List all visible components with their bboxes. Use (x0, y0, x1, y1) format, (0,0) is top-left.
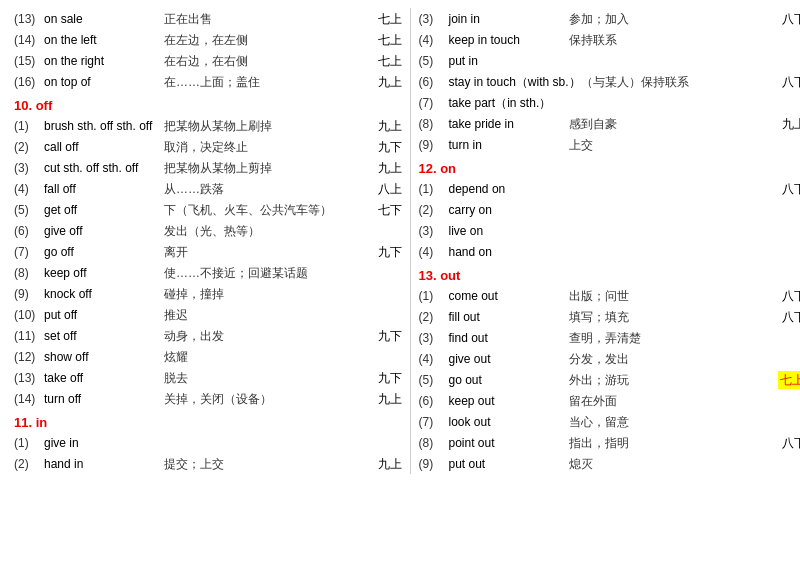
list-item: (6)keep out留在外面 (419, 390, 801, 411)
entry-number: (12) (14, 348, 44, 366)
entry-meaning: 上交 (569, 136, 779, 154)
entry-number: (9) (14, 285, 44, 303)
entry-number: (3) (419, 10, 449, 28)
entry-number: (10) (14, 306, 44, 324)
entry-phrase: on the left (44, 31, 164, 49)
list-item: (2)call off取消，决定终止九下 (14, 136, 402, 157)
entry-meaning: 外出；游玩 (569, 371, 779, 389)
list-item: (7)go off离开九下 (14, 241, 402, 262)
left-column: (13)on sale正在出售七上(14)on the left在左边，在左侧七… (10, 8, 406, 474)
entry-meaning: 取消，决定终止 (164, 138, 374, 156)
entry-phrase: look out (449, 413, 569, 431)
entry-number: (3) (419, 329, 449, 347)
entry-phrase: give off (44, 222, 164, 240)
list-item: (8)point out指出，指明八下 (419, 432, 801, 453)
entry-phrase: on top of (44, 73, 164, 91)
list-item: (6)stay in touch（with sb.）（与某人）保持联系八下 (419, 71, 801, 92)
list-item: (13)on sale正在出售七上 (14, 8, 402, 29)
entry-phrase: point out (449, 434, 569, 452)
entry-grade: 七上 (374, 52, 402, 70)
entry-meaning: 把某物从某物上剪掉 (164, 159, 374, 177)
entry-number: (13) (14, 10, 44, 28)
entry-number: (5) (419, 371, 449, 389)
entry-meaning: 参加；加入 (569, 10, 779, 28)
entry-number: (4) (419, 350, 449, 368)
entry-number: (11) (14, 327, 44, 345)
entry-number: (9) (419, 455, 449, 473)
entry-phrase: knock off (44, 285, 164, 303)
entry-meaning: 正在出售 (164, 10, 374, 28)
section-header: 12. on (419, 161, 801, 176)
entry-meaning: 关掉，关闭（设备） (164, 390, 374, 408)
entry-number: (1) (419, 180, 449, 198)
entry-grade: 九下 (374, 369, 402, 387)
list-item: (9)put out熄灭 (419, 453, 801, 474)
entry-phrase: turn in (449, 136, 569, 154)
list-item: (5)put in (419, 50, 801, 71)
entry-number: (7) (419, 413, 449, 431)
entry-phrase: live on (449, 222, 569, 240)
entry-number: (13) (14, 369, 44, 387)
entry-meaning: 出版；问世 (569, 287, 779, 305)
list-item: (10)put off推迟 (14, 304, 402, 325)
entry-grade: 九上 (374, 73, 402, 91)
entry-number: (8) (419, 434, 449, 452)
entry-phrase: put out (449, 455, 569, 473)
entry-phrase: get off (44, 201, 164, 219)
entry-number: (15) (14, 52, 44, 70)
entry-grade: 七下 (374, 201, 402, 219)
entry-grade: 七上 (374, 31, 402, 49)
entry-phrase: give in (44, 434, 164, 452)
entry-meaning: 当心，留意 (569, 413, 779, 431)
list-item: (4)keep in touch保持联系 (419, 29, 801, 50)
list-item: (2)carry on (419, 199, 801, 220)
list-item: (8)take pride in感到自豪九上 (419, 113, 801, 134)
entry-grade: 九上 (374, 390, 402, 408)
entry-grade: 九上 (374, 117, 402, 135)
list-item: (9)turn in上交 (419, 134, 801, 155)
entry-phrase: depend on (449, 180, 569, 198)
entry-phrase: on the right (44, 52, 164, 70)
entry-phrase: call off (44, 138, 164, 156)
entry-number: (1) (419, 287, 449, 305)
entry-phrase: fall off (44, 180, 164, 198)
entry-phrase: take pride in (449, 115, 569, 133)
entry-phrase: come out (449, 287, 569, 305)
list-item: (6)give off发出（光、热等） (14, 220, 402, 241)
entry-number: (1) (14, 117, 44, 135)
entry-meaning: 脱去 (164, 369, 374, 387)
entry-number: (8) (419, 115, 449, 133)
entry-grade: 八下 (778, 180, 800, 198)
entry-number: (1) (14, 434, 44, 452)
entry-number: (2) (419, 201, 449, 219)
entry-number: (2) (14, 138, 44, 156)
entry-meaning: 指出，指明 (569, 434, 779, 452)
entry-meaning: 离开 (164, 243, 374, 261)
list-item: (2)fill out填写；填充八下 (419, 306, 801, 327)
list-item: (1)give in (14, 432, 402, 453)
entry-number: (6) (419, 73, 449, 91)
entry-grade: 八下 (778, 73, 800, 91)
list-item: (4)hand on (419, 241, 801, 262)
entry-meaning: 推迟 (164, 306, 374, 324)
entry-phrase: take off (44, 369, 164, 387)
list-item: (1)brush sth. off sth. off把某物从某物上刷掉九上 (14, 115, 402, 136)
entry-phrase: join in (449, 10, 569, 28)
entry-phrase: fill out (449, 308, 569, 326)
entry-meaning: 碰掉，撞掉 (164, 285, 374, 303)
entry-phrase: hand in (44, 455, 164, 473)
entry-number: (4) (419, 243, 449, 261)
entry-grade: 八下 (778, 287, 800, 305)
entry-grade: 九下 (374, 327, 402, 345)
list-item: (16)on top of在……上面；盖住九上 (14, 71, 402, 92)
entry-phrase: put off (44, 306, 164, 324)
entry-phrase: go out (449, 371, 569, 389)
list-item: (5)go out外出；游玩七上 (419, 369, 801, 390)
list-item: (15)on the right在右边，在右侧七上 (14, 50, 402, 71)
list-item: (4)fall off从……跌落八上 (14, 178, 402, 199)
list-item: (14)on the left在左边，在左侧七上 (14, 29, 402, 50)
entry-number: (16) (14, 73, 44, 91)
list-item: (7)look out当心，留意 (419, 411, 801, 432)
column-divider (410, 8, 411, 474)
entry-number: (8) (14, 264, 44, 282)
